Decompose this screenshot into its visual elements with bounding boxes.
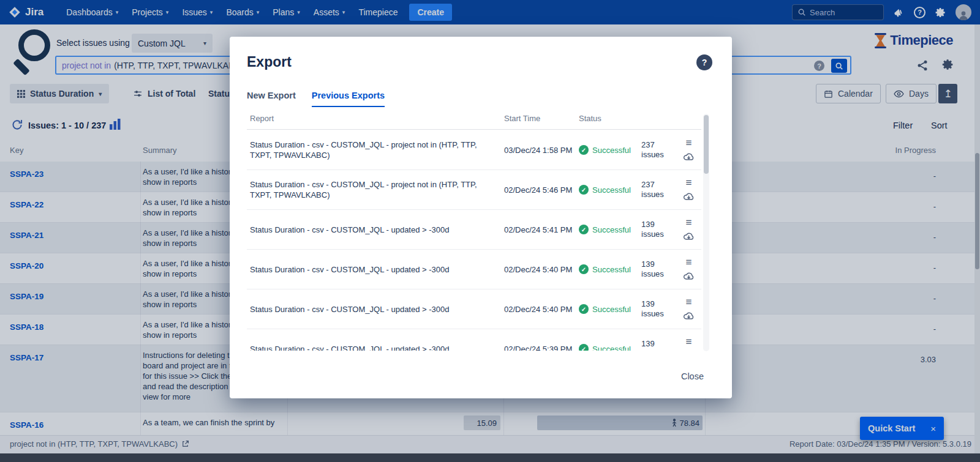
column-header-report: Report (250, 114, 498, 123)
dialog-title: Export (247, 54, 292, 70)
status-label: Successful (592, 345, 631, 351)
cloud-download-icon[interactable] (683, 311, 695, 320)
start-time: 02/Dec/24 5:39 PM (504, 344, 573, 351)
success-check-icon: ✓ (579, 185, 589, 195)
export-table-header: Report Start Time Status (247, 114, 701, 130)
status-label: Successful (592, 146, 631, 155)
status-cell: ✓ Successful (579, 185, 635, 195)
export-row: Status Duration - csv - CUSTOM_JQL - upd… (247, 210, 701, 250)
modal-scrollbar[interactable] (703, 114, 709, 351)
report-name: Status Duration - csv - CUSTOM_JQL - upd… (250, 264, 498, 275)
cloud-download-icon[interactable] (683, 271, 695, 280)
row-actions: ≡ (679, 179, 698, 201)
dialog-help-icon[interactable]: ? (696, 54, 712, 70)
issues-count: 139 issues (641, 339, 673, 351)
column-header-status: Status (579, 114, 635, 123)
status-cell: ✓ Successful (579, 145, 635, 155)
row-menu-icon[interactable]: ≡ (686, 179, 692, 187)
status-label: Successful (592, 305, 631, 314)
cloud-download-icon[interactable] (683, 192, 695, 201)
status-cell: ✓ Successful (579, 304, 635, 314)
export-row: Status Duration - csv - CUSTOM_JQL - upd… (247, 329, 701, 351)
tab-new-export[interactable]: New Export (247, 91, 296, 107)
row-actions: ≡ (679, 139, 698, 161)
modal-scrollbar-thumb[interactable] (704, 115, 709, 174)
status-label: Successful (592, 225, 631, 234)
start-time: 02/Dec/24 5:40 PM (504, 304, 573, 315)
export-row: Status Duration - csv - CUSTOM_JQL - pro… (247, 170, 701, 210)
start-time: 02/Dec/24 5:46 PM (504, 185, 573, 195)
row-actions: ≡ (679, 218, 698, 240)
cloud-download-icon[interactable] (683, 231, 695, 240)
row-menu-icon[interactable]: ≡ (686, 218, 692, 227)
issues-count: 139 issues (641, 220, 673, 239)
status-label: Successful (592, 265, 631, 274)
issues-count: 139 issues (641, 259, 673, 279)
cloud-download-icon[interactable] (683, 152, 695, 161)
row-actions: ≡ (679, 298, 698, 320)
success-check-icon: ✓ (579, 304, 589, 314)
close-button[interactable]: Close (676, 368, 709, 384)
report-name: Status Duration - csv - CUSTOM_JQL - pro… (250, 140, 498, 160)
start-time: 02/Dec/24 5:40 PM (504, 264, 573, 275)
report-name: Status Duration - csv - CUSTOM_JQL - upd… (250, 344, 498, 351)
status-cell: ✓ Successful (579, 344, 635, 351)
row-menu-icon[interactable]: ≡ (686, 338, 692, 346)
report-name: Status Duration - csv - CUSTOM_JQL - upd… (250, 225, 498, 235)
start-time: 03/Dec/24 1:58 PM (504, 145, 573, 155)
export-row: Status Duration - csv - CUSTOM_JQL - upd… (247, 289, 701, 329)
report-name: Status Duration - csv - CUSTOM_JQL - pro… (250, 179, 498, 200)
export-row: Status Duration - csv - CUSTOM_JQL - upd… (247, 250, 701, 289)
export-dialog: Export ? New Export Previous Exports Rep… (230, 37, 732, 398)
export-row: Status Duration - csv - CUSTOM_JQL - pro… (247, 130, 701, 170)
status-cell: ✓ Successful (579, 225, 635, 234)
issues-count: 237 issues (641, 180, 673, 199)
row-actions: ≡ (679, 338, 698, 351)
success-check-icon: ✓ (579, 145, 589, 155)
issues-count: 237 issues (641, 140, 673, 160)
column-header-start-time: Start Time (504, 114, 573, 123)
success-check-icon: ✓ (579, 225, 589, 234)
issues-count: 139 issues (641, 299, 673, 319)
dialog-tabs: New Export Previous Exports (247, 91, 385, 107)
row-menu-icon[interactable]: ≡ (686, 139, 692, 147)
row-menu-icon[interactable]: ≡ (686, 258, 692, 267)
status-cell: ✓ Successful (579, 264, 635, 274)
success-check-icon: ✓ (579, 264, 589, 274)
row-actions: ≡ (679, 258, 698, 280)
start-time: 02/Dec/24 5:41 PM (504, 225, 573, 235)
export-table: Status Duration - csv - CUSTOM_JQL - pro… (247, 130, 701, 351)
tab-previous-exports[interactable]: Previous Exports (312, 91, 385, 107)
success-check-icon: ✓ (579, 344, 589, 351)
status-label: Successful (592, 185, 631, 195)
row-menu-icon[interactable]: ≡ (686, 298, 692, 307)
report-name: Status Duration - csv - CUSTOM_JQL - upd… (250, 304, 498, 315)
